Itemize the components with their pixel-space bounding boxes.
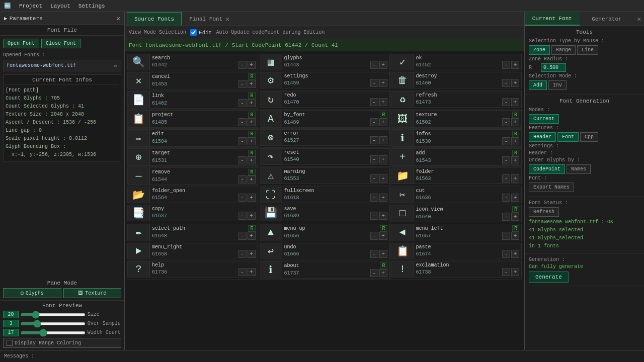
glyph-minus-button[interactable]: - [502,194,510,202]
names-order-button[interactable]: Names [567,164,591,174]
glyph-icon-area[interactable]: ⚠ [260,168,282,184]
glyph-minus-button[interactable]: - [238,232,247,240]
glyph-plus-button[interactable]: + [511,268,519,276]
glyph-plus-button[interactable]: + [379,98,387,106]
glyph-plus-button[interactable]: + [379,232,387,240]
zone-button[interactable]: Zone [529,45,550,55]
glyph-plus-button[interactable]: + [379,212,387,220]
glyph-icon-area[interactable]: ✏ [128,130,150,146]
glyph-plus-button[interactable]: + [379,250,387,258]
right-panel-close[interactable]: ✕ [634,15,644,23]
glyph-plus-button[interactable]: + [511,174,519,183]
close-font-button[interactable]: Close Font [41,39,80,48]
glyph-plus-button[interactable]: + [379,136,387,144]
layout-menu[interactable]: Layout [50,3,70,9]
glyph-plus-button[interactable]: + [248,194,256,202]
glyph-plus-button[interactable]: + [379,61,387,69]
glyph-plus-button[interactable]: + [511,98,519,106]
glyph-minus-button[interactable]: - [502,268,510,276]
glyph-minus-button[interactable]: - [238,250,247,258]
glyph-icon-area[interactable]: 🖼 [392,111,414,127]
glyph-icon-area[interactable]: ⛶ [260,187,282,203]
glyph-minus-button[interactable]: - [502,98,510,106]
glyph-icon-area[interactable]: 📑 [128,205,150,221]
glyph-minus-button[interactable]: - [238,212,247,220]
glyph-plus-button[interactable]: + [379,194,387,202]
glyph-icon-area[interactable]: 🗑 [392,72,414,88]
glyph-minus-button[interactable]: - [370,269,378,277]
display-range-button[interactable]: Display Range Coloring [3,338,121,348]
glyph-minus-button[interactable]: - [502,232,510,240]
glyph-icon-area[interactable]: ✕ [128,72,150,89]
glyph-minus-button[interactable]: - [370,194,378,202]
width-slider[interactable] [21,331,86,334]
edit-font-icon[interactable]: ✏ [114,62,118,69]
glyph-minus-button[interactable]: - [370,155,378,163]
glyph-minus-button[interactable]: - [238,80,247,88]
add-mode-button[interactable]: Add [529,80,547,90]
current-mode-button[interactable]: Current [529,114,559,124]
tab-final-close[interactable]: ✕ [225,15,229,23]
glyph-plus-button[interactable]: + [379,174,387,183]
oversample-slider[interactable] [21,322,86,325]
glyph-icon-area[interactable]: 📋 [392,243,414,259]
font-feature-button[interactable]: Font [557,132,579,142]
inv-mode-button[interactable]: Inv [548,80,567,90]
glyph-plus-button[interactable]: + [511,79,519,87]
glyph-minus-button[interactable]: - [502,156,510,164]
glyph-plus-button[interactable]: + [248,61,256,69]
glyph-icon-area[interactable]: ✒ [128,224,150,241]
glyphs-pane-button[interactable]: ⊞ Glyphs [3,288,61,298]
glyph-icon-area[interactable]: ▦ [260,54,282,70]
glyph-minus-button[interactable]: - [238,175,247,184]
texture-pane-button[interactable]: 🖼 Texture [63,288,122,298]
glyph-icon-area[interactable]: + [392,149,414,165]
glyph-minus-button[interactable]: - [370,136,378,144]
glyph-plus-button[interactable]: + [511,232,519,240]
tab-generator[interactable]: Generator [580,12,634,26]
glyph-plus-button[interactable]: + [379,269,387,277]
glyph-minus-button[interactable]: - [238,194,247,202]
edit-checkbox[interactable]: Edit [190,29,212,36]
size-slider[interactable] [21,313,86,316]
glyph-icon-area[interactable]: ♻ [392,92,414,107]
glyph-minus-button[interactable]: - [502,118,510,126]
glyph-plus-button[interactable]: + [379,155,387,163]
glyph-minus-button[interactable]: - [238,156,247,164]
tab-source-fonts[interactable]: Source Fonts [127,12,182,26]
glyph-minus-button[interactable]: - [370,212,378,220]
glyph-plus-button[interactable]: + [248,118,256,126]
glyph-icon-area[interactable]: 💾 [260,205,282,221]
glyph-icon-area[interactable]: ► [128,243,150,259]
generate-button[interactable]: Generate [529,272,569,283]
export-names-button[interactable]: Export Names [529,183,574,192]
project-menu[interactable]: Project [19,3,42,9]
glyph-icon-area[interactable]: ✓ [392,54,414,70]
glyph-plus-button[interactable]: + [248,232,256,240]
glyph-minus-button[interactable]: - [502,174,510,183]
glyph-minus-button[interactable]: - [502,79,510,87]
glyph-icon-area[interactable]: ▲ [260,224,282,241]
glyph-minus-button[interactable]: - [370,174,378,183]
glyph-plus-button[interactable]: + [248,80,256,88]
header-feature-button[interactable]: Header [529,132,556,142]
glyph-minus-button[interactable]: - [238,137,247,145]
glyph-plus-button[interactable]: + [511,137,519,145]
glyph-plus-button[interactable]: + [511,156,519,164]
glyph-minus-button[interactable]: - [370,232,378,240]
edit-check-input[interactable] [190,29,197,36]
zone-radius-input[interactable] [541,63,566,72]
glyph-minus-button[interactable]: - [238,61,247,69]
open-font-button[interactable]: Open Font [3,39,39,48]
glyph-icon-area[interactable]: 📂 [128,187,150,203]
glyph-icon-area[interactable]: ↷ [260,149,282,164]
glyph-icon-area[interactable]: 🔍 [128,54,150,70]
refresh-button[interactable]: Refresh [529,207,559,217]
codepoint-order-button[interactable]: CodePoint [529,164,565,174]
glyph-plus-button[interactable]: + [248,137,256,145]
glyph-minus-button[interactable]: - [502,250,510,258]
glyph-minus-button[interactable]: - [502,213,510,221]
glyph-plus-button[interactable]: + [379,118,387,126]
glyph-icon-area[interactable]: ? [128,261,150,277]
glyph-icon-area[interactable]: ℹ [260,261,282,278]
